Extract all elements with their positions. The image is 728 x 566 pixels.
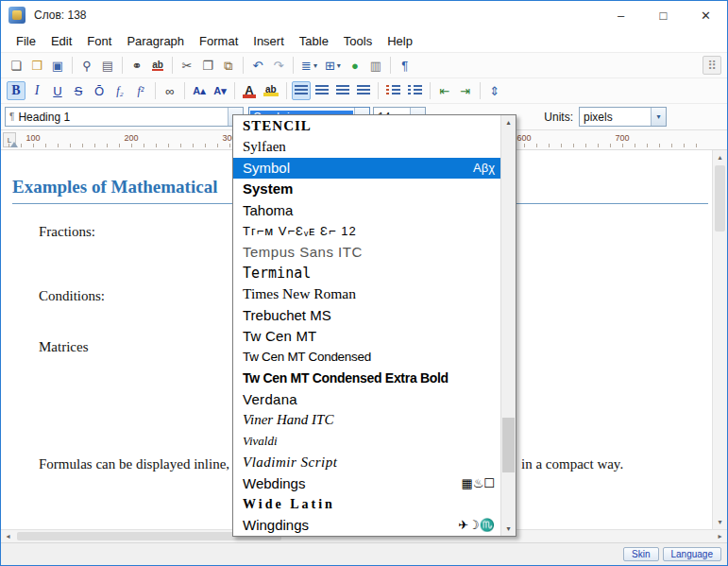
font-option-tw-cen-mt-condensed[interactable]: Tw Cen MT Condensed	[233, 347, 500, 368]
line-spacing-icon-glyph: ⇕	[489, 85, 499, 97]
font-option-tahoma[interactable]: Tahoma	[233, 199, 500, 220]
menu-insert[interactable]: Insert	[245, 31, 292, 51]
dropdown-scrollbar-thumb[interactable]	[502, 418, 515, 472]
align-justify-icon[interactable]	[354, 81, 373, 100]
save-icon[interactable]: ▣	[48, 56, 67, 75]
font-option-vivaldi[interactable]: Vivaldi	[233, 431, 500, 452]
dropdown-scroll-down-icon[interactable]: ▾	[501, 522, 516, 536]
menu-table[interactable]: Table	[292, 31, 336, 51]
bullet-list-icon[interactable]	[405, 81, 425, 100]
find-icon[interactable]: ⚭	[127, 56, 146, 75]
italic-icon[interactable]: I	[27, 81, 46, 100]
toolbar-separator	[243, 57, 244, 74]
app-window: Слов: 138 – □ ✕ FileEditFontParagraphFor…	[0, 0, 728, 566]
subscript-icon[interactable]: f₂	[110, 81, 129, 100]
font-option-symbol[interactable]: SymbolΑβχ	[233, 158, 500, 179]
menu-edit[interactable]: Edit	[43, 31, 79, 51]
new-document-icon[interactable]: ❏	[7, 56, 25, 75]
scroll-left-icon[interactable]: ◂	[1, 532, 15, 540]
strikethrough-icon[interactable]: S	[69, 81, 88, 100]
scroll-right-icon[interactable]: ▸	[713, 532, 727, 540]
ruler-tick	[58, 144, 59, 147]
font-option-system[interactable]: System	[233, 179, 500, 199]
font-option-teamviewer12[interactable]: Tᴦ⌐ᴍ V⌐Ɛᵥᴇ Ɛ⌐ 12	[233, 220, 500, 241]
redo-icon[interactable]: ↷	[269, 56, 288, 75]
maximize-button[interactable]: □	[642, 1, 685, 29]
minimize-button[interactable]: –	[600, 1, 642, 29]
formatting-marks-icon[interactable]: ¶	[396, 56, 415, 75]
print-icon[interactable]: ▤	[98, 56, 117, 75]
units-combo[interactable]: pixels ▾	[579, 107, 667, 127]
highlight-icon[interactable]: ab	[261, 81, 281, 100]
font-option-verdana[interactable]: Verdana	[233, 388, 500, 409]
font-option-wide-latin[interactable]: Wide Latin	[233, 494, 500, 515]
align-right-icon[interactable]	[333, 81, 352, 100]
cut-icon[interactable]: ✂	[178, 56, 196, 75]
font-option-trebuchet-ms[interactable]: Trebuchet MS	[233, 304, 500, 325]
scroll-up-icon[interactable]: ▴	[713, 150, 727, 164]
font-option-tw-cen-mt-condensed-extra-bold[interactable]: Tw Cen MT Condensed Extra Bold	[233, 368, 500, 388]
line-spacing-icon[interactable]: ⇕	[485, 81, 504, 100]
font-option-stencil[interactable]: STENCIL	[233, 115, 500, 136]
font-option-times-new-roman[interactable]: Times New Roman	[233, 283, 500, 304]
font-option-terminal[interactable]: Terminal	[233, 263, 500, 283]
font-option-viner-hand-itc[interactable]: Viner Hand ITC	[233, 410, 500, 431]
chevron-down-icon[interactable]: ▾	[651, 108, 666, 126]
ruler-number: 600	[516, 133, 531, 143]
vertical-scrollbar[interactable]: ▴ ▾	[712, 150, 727, 529]
menu-help[interactable]: Help	[380, 31, 420, 51]
paste-icon[interactable]: ⧉	[219, 56, 238, 75]
font-option-tw-cen-mt[interactable]: Tw Cen MT	[233, 326, 500, 347]
font-option-wingdings[interactable]: Wingdings✈☽♏	[233, 515, 500, 536]
menu-font[interactable]: Font	[79, 31, 119, 51]
dropdown-scrollbar[interactable]: ▴ ▾	[500, 115, 516, 536]
superscript-icon[interactable]: f²	[131, 81, 150, 100]
fractions-label: Fractions:	[39, 224, 95, 240]
toolbar-separator	[72, 57, 73, 74]
menu-file[interactable]: File	[8, 31, 43, 51]
increase-indent-icon[interactable]: ⇥	[456, 81, 475, 100]
align-center-icon[interactable]	[313, 81, 331, 100]
glasses-readmode-icon[interactable]: ∞	[161, 81, 179, 100]
align-left-icon[interactable]	[292, 81, 311, 100]
font-option-tempus-sans-itc[interactable]: Tempus Sans ITC	[233, 242, 500, 263]
font-option-sylfaen[interactable]: Sylfaen	[233, 136, 500, 157]
open-icon[interactable]: ❒	[27, 56, 46, 75]
font-preview-glyphs: ▦♨☐	[461, 476, 495, 490]
copy-icon[interactable]: ❐	[198, 56, 217, 75]
find-icon-glyph: ⚭	[132, 60, 143, 72]
paragraph-style-combo[interactable]: ¶ Heading 1 ▾	[5, 107, 244, 127]
print-preview-icon[interactable]: ⚲	[77, 56, 96, 75]
decrease-indent-icon[interactable]: ⇤	[435, 81, 454, 100]
font-option-vladimir-script[interactable]: Vladimir Script	[233, 452, 500, 472]
increase-font-icon[interactable]: A▴	[190, 81, 209, 100]
decrease-font-icon[interactable]: A▾	[211, 81, 229, 100]
units-value: pixels	[580, 111, 651, 124]
underline-icon[interactable]: U	[48, 81, 67, 100]
view-mode-icon[interactable]: ≣▾	[298, 56, 320, 75]
close-button[interactable]: ✕	[685, 1, 727, 29]
undo-icon[interactable]: ↶	[248, 56, 267, 75]
ruler-tick	[585, 144, 586, 147]
vertical-scrollbar-thumb[interactable]	[715, 165, 725, 232]
panel-grip-icon[interactable]: ⠿	[703, 56, 721, 75]
ruler-number: 100	[25, 133, 40, 143]
language-button[interactable]: Language	[663, 547, 722, 561]
font-color-icon[interactable]: A	[240, 81, 259, 100]
insert-object-icon[interactable]: ▥	[366, 56, 385, 75]
dropdown-scroll-up-icon[interactable]: ▴	[501, 115, 516, 129]
skin-button[interactable]: Skin	[623, 547, 658, 561]
green-sphere-icon[interactable]: ●	[346, 56, 364, 75]
indent-marker[interactable]	[10, 142, 18, 147]
insert-table-icon[interactable]: ⊞▾	[322, 56, 344, 75]
spellcheck-icon[interactable]: ab	[148, 56, 167, 75]
menu-paragraph[interactable]: Paragraph	[119, 31, 192, 51]
ruler-tick	[33, 144, 34, 147]
overline-icon[interactable]: Ō	[90, 81, 109, 100]
menu-format[interactable]: Format	[192, 31, 245, 51]
menu-tools[interactable]: Tools	[336, 31, 380, 51]
scroll-down-icon[interactable]: ▾	[713, 515, 727, 529]
bold-icon[interactable]: B	[7, 81, 25, 100]
numbered-list-icon[interactable]	[383, 81, 403, 100]
font-option-webdings[interactable]: Webdings▦♨☐	[233, 472, 500, 493]
